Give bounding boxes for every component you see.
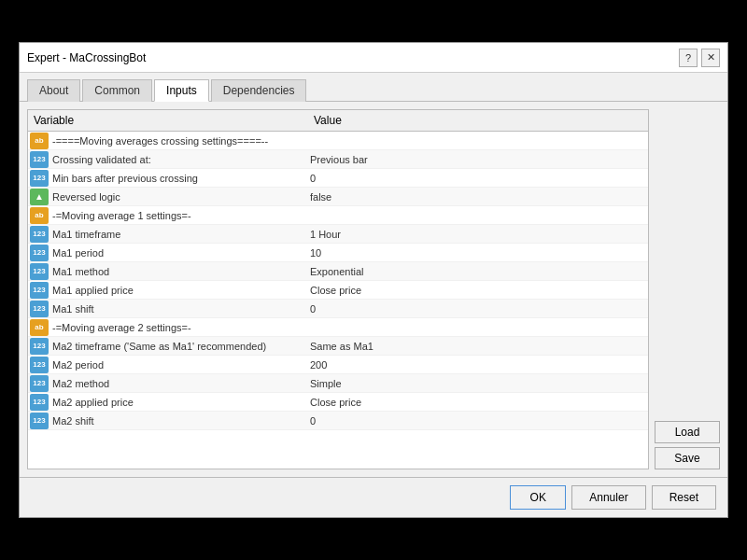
table-row[interactable]: 123 Ma2 method Simple — [28, 374, 648, 393]
content-area: Variable Value ab -====Moving averages c… — [20, 102, 727, 477]
table-row[interactable]: 123 Ma1 timeframe 1 Hour — [28, 225, 648, 244]
table-row[interactable]: ab -====Moving averages crossing setting… — [28, 132, 648, 150]
row-variable-label: Ma1 period — [52, 247, 304, 259]
row-value-label: 200 — [304, 359, 648, 371]
row-type-icon: 123 — [30, 245, 49, 261]
row-variable-label: Ma2 applied price — [52, 397, 304, 408]
row-variable-label: -====Moving averages crossing settings==… — [52, 135, 304, 147]
row-variable-label: -=Moving average 2 settings=- — [52, 322, 304, 333]
col-variable: Variable — [34, 114, 314, 127]
row-type-icon: 123 — [30, 170, 49, 187]
reset-button[interactable]: Reset — [652, 485, 716, 510]
tab-dependencies[interactable]: Dependencies — [211, 79, 307, 102]
row-type-icon: 123 — [30, 301, 49, 317]
table-row[interactable]: 123 Ma1 period 10 — [28, 244, 648, 262]
table-row[interactable]: 123 Ma1 method Exponential — [28, 262, 648, 281]
row-type-icon: 123 — [30, 263, 49, 280]
row-value-label: 10 — [304, 247, 648, 259]
row-value-label: 0 — [304, 303, 648, 315]
table-scroll[interactable]: ab -====Moving averages crossing setting… — [28, 132, 648, 469]
col-value: Value — [314, 114, 642, 127]
table-row[interactable]: ab -=Moving average 2 settings=- — [28, 318, 648, 337]
load-button[interactable]: Load — [655, 421, 720, 443]
row-type-icon: 123 — [30, 151, 49, 168]
row-value-label: Exponential — [304, 266, 648, 277]
row-value-label: 1 Hour — [304, 229, 648, 240]
help-button[interactable]: ? — [679, 49, 698, 67]
row-variable-label: Ma1 timeframe — [52, 229, 304, 240]
row-variable-label: Ma1 applied price — [52, 285, 304, 296]
table-row[interactable]: 123 Ma1 applied price Close price — [28, 281, 648, 300]
table-row[interactable]: ▲ Reversed logic false — [28, 188, 648, 206]
annuler-button[interactable]: Annuler — [571, 485, 645, 510]
row-value-label: 0 — [304, 173, 648, 184]
row-value-label: 0 — [304, 415, 648, 427]
row-type-icon: 123 — [30, 226, 49, 243]
tab-common[interactable]: Common — [82, 79, 152, 102]
row-value-label: Close price — [304, 397, 648, 408]
table-row[interactable]: 123 Ma2 timeframe ('Same as Ma1' recomme… — [28, 337, 648, 356]
window-title: Expert - MaCrossingBot — [27, 51, 146, 64]
row-variable-label: Ma2 method — [52, 378, 304, 389]
bottom-bar: OK Annuler Reset — [20, 477, 727, 517]
row-type-icon: ab — [30, 133, 49, 149]
row-type-icon: 123 — [30, 413, 49, 429]
title-bar: Expert - MaCrossingBot ? ✕ — [20, 43, 727, 73]
row-variable-label: Reversed logic — [52, 191, 304, 203]
row-type-icon: 123 — [30, 394, 49, 411]
row-variable-label: Ma1 method — [52, 266, 304, 277]
row-type-icon: ▲ — [30, 189, 49, 205]
row-variable-label: Crossing validated at: — [52, 154, 304, 165]
row-variable-label: Ma1 shift — [52, 303, 304, 315]
title-bar-buttons: ? ✕ — [679, 49, 720, 67]
close-button[interactable]: ✕ — [701, 49, 720, 67]
expert-window: Expert - MaCrossingBot ? ✕ About Common … — [19, 42, 728, 518]
row-value-label: Simple — [304, 378, 648, 389]
table-row[interactable]: 123 Ma1 shift 0 — [28, 300, 648, 318]
table-row[interactable]: 123 Crossing validated at: Previous bar — [28, 150, 648, 169]
table-header: Variable Value — [28, 110, 648, 132]
side-buttons: Load Save — [655, 109, 720, 469]
row-variable-label: Min bars after previous crossing — [52, 173, 304, 184]
tab-inputs[interactable]: Inputs — [154, 79, 209, 102]
tab-about[interactable]: About — [27, 79, 80, 102]
row-type-icon: ab — [30, 319, 49, 336]
row-value-label: false — [304, 191, 648, 203]
table-row[interactable]: 123 Ma2 applied price Close price — [28, 393, 648, 412]
row-type-icon: ab — [30, 207, 49, 224]
table-row[interactable]: 123 Ma2 shift 0 — [28, 412, 648, 430]
row-type-icon: 123 — [30, 338, 49, 355]
variables-table: Variable Value ab -====Moving averages c… — [27, 109, 649, 469]
save-button[interactable]: Save — [655, 447, 720, 469]
ok-button[interactable]: OK — [510, 485, 566, 510]
row-value-label: Previous bar — [304, 154, 648, 165]
row-variable-label: Ma2 shift — [52, 415, 304, 427]
row-variable-label: Ma2 period — [52, 359, 304, 371]
table-row[interactable]: 123 Ma2 period 200 — [28, 356, 648, 374]
table-row[interactable]: ab -=Moving average 1 settings=- — [28, 206, 648, 225]
row-type-icon: 123 — [30, 375, 49, 392]
row-variable-label: Ma2 timeframe ('Same as Ma1' recommended… — [52, 341, 304, 352]
row-type-icon: 123 — [30, 282, 49, 299]
table-row[interactable]: 123 Min bars after previous crossing 0 — [28, 169, 648, 188]
row-type-icon: 123 — [30, 357, 49, 373]
tab-bar: About Common Inputs Dependencies — [20, 73, 727, 102]
row-value-label: Close price — [304, 285, 648, 296]
row-variable-label: -=Moving average 1 settings=- — [52, 210, 304, 221]
row-value-label: Same as Ma1 — [304, 341, 648, 352]
